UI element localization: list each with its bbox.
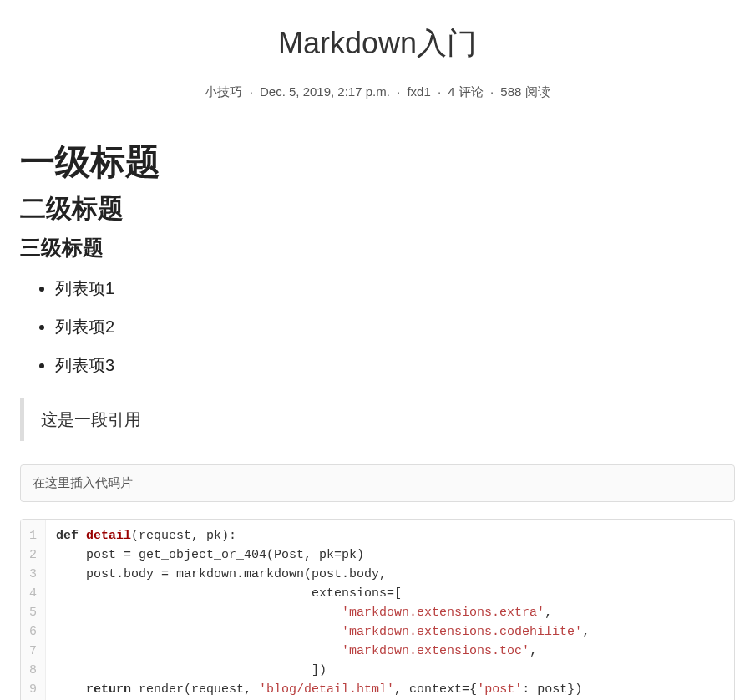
code-line: 'markdown.extensions.toc',: [56, 642, 724, 661]
article-title: Markdown入门: [20, 23, 735, 64]
meta-date: Dec. 5, 2019, 2:17 p.m.: [260, 84, 390, 99]
heading-level-2: 二级标题: [20, 193, 735, 226]
meta-separator: ·: [438, 84, 441, 99]
meta-views: 588 阅读: [500, 84, 550, 99]
code-line: 'markdown.extensions.extra',: [56, 603, 724, 622]
blockquote: 这是一段引用: [20, 398, 735, 441]
code-placeholder-box: 在这里插入代码片: [20, 464, 735, 502]
meta-comments[interactable]: 4 评论: [448, 84, 484, 99]
heading-level-1: 一级标题: [20, 140, 735, 185]
code-line: 'markdown.extensions.codehilite',: [56, 622, 724, 642]
line-number: 3: [29, 565, 37, 584]
meta-separator: ·: [250, 84, 253, 99]
code-line: post = get_object_or_404(Post, pk=pk): [56, 545, 724, 565]
code-line: def detail(request, pk):: [56, 526, 724, 545]
line-number: 6: [29, 622, 37, 642]
code-line: return render(request, 'blog/detail.html…: [56, 680, 724, 699]
line-number: 9: [29, 680, 37, 699]
code-line: extensions=[: [56, 584, 724, 603]
code-content: def detail(request, pk): post = get_obje…: [46, 520, 734, 701]
list-item: 列表项1: [55, 276, 735, 300]
line-number: 7: [29, 642, 37, 661]
code-line: ]): [56, 661, 724, 680]
line-number: 5: [29, 603, 37, 622]
line-number: 2: [29, 545, 37, 565]
code-block: 123456789 def detail(request, pk): post …: [20, 519, 735, 701]
list-item: 列表项3: [55, 353, 735, 377]
quote-text: 这是一段引用: [41, 408, 718, 431]
line-number: 8: [29, 661, 37, 680]
meta-separator: ·: [490, 84, 494, 99]
code-line: post.body = markdown.markdown(post.body,: [56, 565, 724, 584]
code-gutter: 123456789: [21, 520, 46, 701]
list-item: 列表项2: [55, 315, 735, 338]
meta-category[interactable]: 小技巧: [205, 84, 242, 99]
line-number: 4: [29, 584, 37, 603]
article-meta: 小技巧 · Dec. 5, 2019, 2:17 p.m. · fxd1 · 4…: [20, 84, 735, 100]
heading-level-3: 三级标题: [20, 235, 735, 261]
meta-separator: ·: [397, 84, 400, 99]
meta-author[interactable]: fxd1: [407, 84, 430, 99]
bullet-list: 列表项1 列表项2 列表项3: [20, 276, 735, 377]
line-number: 1: [29, 526, 37, 545]
